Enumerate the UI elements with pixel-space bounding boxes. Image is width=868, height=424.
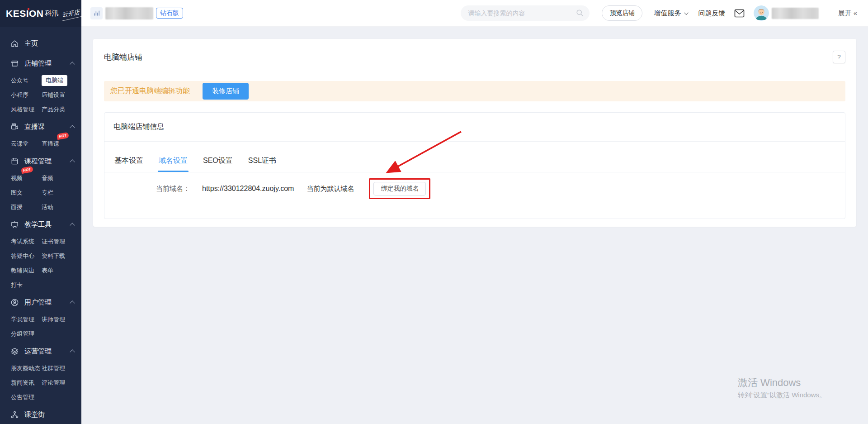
brand-name: KESION <box>6 8 44 19</box>
sidebar-sub-row: 图文 专栏 <box>0 186 81 200</box>
sidebar-item-daka[interactable]: 打卡 <box>11 281 42 289</box>
sidebar-item-ketangjie[interactable]: 课堂街 <box>0 405 81 424</box>
decorate-store-button[interactable]: 装修店铺 <box>203 83 249 100</box>
sidebar-group-label: 用户管理 <box>24 298 52 307</box>
store-icon <box>10 59 19 68</box>
annotation-red-box: 绑定我的域名 <box>369 178 430 199</box>
value-added-services-menu[interactable]: 增值服务 <box>654 9 687 18</box>
sidebar-group-live-course[interactable]: 直播课 <box>0 117 81 137</box>
tab-domain-settings[interactable]: 域名设置 <box>158 156 189 172</box>
sidebar-nav: 主页 店铺管理 公众号 电脑端 小程序 店铺设置 风格管理 产品分类 <box>0 27 81 424</box>
sidebar-sub-row: 云课堂 直播课 HOT <box>0 137 81 151</box>
sidebar-sub-row: 学员管理 讲师管理 <box>0 312 81 327</box>
chevron-up-icon <box>70 62 75 67</box>
sidebar-sub-row: 考试系统 证书管理 <box>0 234 81 249</box>
sidebar-item-xinwen-zixun[interactable]: 新闻资讯 <box>11 379 42 387</box>
sidebar-sub-row: 教辅周边 表单 <box>0 263 81 278</box>
tab-bar: 基本设置 域名设置 SEO设置 SSL证书 <box>104 142 845 172</box>
windows-activation-watermark: 激活 Windows 转到“设置”以激活 Windows。 <box>738 376 826 400</box>
sidebar-item-biaodan[interactable]: 表单 <box>42 267 53 275</box>
sidebar-item-yinpin[interactable]: 音频 <box>42 174 53 182</box>
banner-message: 您已开通电脑端编辑功能 <box>110 86 190 96</box>
sidebar-sub-row: 视频 HOT 音频 <box>0 171 81 186</box>
sidebar-group-teaching-tools[interactable]: 教学工具 <box>0 214 81 234</box>
sidebar-item-tuwen[interactable]: 图文 <box>11 189 42 197</box>
current-domain-value: https://330122804.zuojy.com <box>202 185 294 193</box>
bind-my-domain-button[interactable]: 绑定我的域名 <box>373 182 426 195</box>
sidebar-item-label: 视频 <box>11 175 23 181</box>
teaching-tools-icon <box>10 220 19 229</box>
feedback-link[interactable]: 问题反馈 <box>698 9 725 18</box>
sidebar-sub-row: 小程序 店铺设置 <box>0 88 81 102</box>
brand-slogan: 云开店 <box>61 8 80 19</box>
sidebar-sub-row: 新闻资讯 评论管理 <box>0 376 81 390</box>
sidebar-item-pengyouquan-dongtai[interactable]: 朋友圈动态 <box>11 364 42 372</box>
sidebar-group-label: 教学工具 <box>24 220 52 229</box>
sidebar-group-label: 运营管理 <box>24 347 52 356</box>
sidebar-sub-row: 打卡 <box>0 278 81 292</box>
chevron-down-icon <box>684 10 689 15</box>
info-card-title: 电脑端店铺信息 <box>104 113 845 142</box>
sidebar-group-store[interactable]: 店铺管理 <box>0 53 81 73</box>
mail-icon[interactable] <box>734 9 745 18</box>
sidebar-item-label: 主页 <box>24 39 38 48</box>
sidebar-sub-row: 朋友圈动态 社群管理 <box>0 361 81 376</box>
help-button[interactable]: ? <box>833 51 845 63</box>
sidebar-item-jiangshi-guanli[interactable]: 讲师管理 <box>42 315 65 324</box>
sidebar-sub-row: 答疑中心 资料下载 <box>0 249 81 263</box>
sidebar-item-xiaochengxu[interactable]: 小程序 <box>11 91 42 99</box>
operations-icon <box>10 347 19 356</box>
tab-basic-settings[interactable]: 基本设置 <box>113 156 144 172</box>
search-input[interactable] <box>461 5 590 21</box>
stats-icon-button[interactable] <box>90 7 103 19</box>
tab-ssl-cert[interactable]: SSL证书 <box>247 156 277 172</box>
sidebar-item-xueyuan-guanli[interactable]: 学员管理 <box>11 315 42 324</box>
sidebar-item-jiaofu-zhoubian[interactable]: 教辅周边 <box>11 267 42 275</box>
course-icon <box>10 157 19 166</box>
expand-toggle[interactable]: 展开 « <box>838 9 857 18</box>
sidebar-item-label: 课堂街 <box>24 410 45 419</box>
sidebar-item-ziliao-xiazai[interactable]: 资料下载 <box>42 252 65 260</box>
sidebar-item-dayi-zhongxin[interactable]: 答疑中心 <box>11 252 42 260</box>
search-icon[interactable] <box>576 9 584 17</box>
username-redacted[interactable] <box>772 8 819 19</box>
sidebar-item-huodong[interactable]: 活动 <box>42 203 53 211</box>
sidebar-item-kaoshi-xitong[interactable]: 考试系统 <box>11 238 42 246</box>
sidebar-item-zhengshu-guanli[interactable]: 证书管理 <box>42 238 65 246</box>
avatar[interactable] <box>754 5 769 21</box>
sidebar-item-home[interactable]: 主页 <box>0 33 81 53</box>
app-root: KESION 科汛 云开店 主页 店铺管理 公众号 电脑端 <box>0 0 868 424</box>
sidebar-item-shipin[interactable]: 视频 HOT <box>11 174 42 182</box>
sidebar-sub-row: 公告管理 <box>0 390 81 405</box>
sidebar-item-mianshou[interactable]: 面授 <box>11 203 42 211</box>
chevron-up-icon <box>70 300 75 305</box>
sidebar-item-pinglun-guanli[interactable]: 评论管理 <box>42 379 65 387</box>
sidebar-group-operations[interactable]: 运营管理 <box>0 341 81 361</box>
page-title: 电脑端店铺 <box>104 52 142 62</box>
sidebar-item-gonggao-guanli[interactable]: 公告管理 <box>11 393 42 401</box>
chevron-up-icon <box>70 223 75 228</box>
card-header: 电脑端店铺 ? <box>104 51 845 63</box>
home-icon <box>10 39 19 48</box>
sidebar-item-zhuanlan[interactable]: 专栏 <box>42 189 53 197</box>
user-icon <box>10 298 19 307</box>
sidebar-group-course-mgmt[interactable]: 课程管理 <box>0 151 81 171</box>
sidebar-item-chanpin-fenlei[interactable]: 产品分类 <box>42 105 65 114</box>
notice-banner: 您已开通电脑端编辑功能 装修店铺 <box>104 81 845 101</box>
sidebar-item-shequn-guanli[interactable]: 社群管理 <box>42 364 65 372</box>
tab-seo-settings[interactable]: SEO设置 <box>202 156 234 172</box>
sidebar-group-label: 课程管理 <box>24 157 52 166</box>
sidebar-group-user-mgmt[interactable]: 用户管理 <box>0 292 81 312</box>
sidebar-item-fenzu-guanli[interactable]: 分组管理 <box>11 330 42 338</box>
sidebar-item-gongzhonghao[interactable]: 公众号 <box>11 76 42 85</box>
sidebar-item-diannaoduan[interactable]: 电脑端 <box>42 75 67 86</box>
sidebar-sub-row: 面授 活动 <box>0 200 81 214</box>
sidebar-item-yunketang[interactable]: 云课堂 <box>11 140 42 148</box>
current-domain-label: 当前域名： <box>156 185 190 193</box>
sidebar-item-fengge-guanli[interactable]: 风格管理 <box>11 105 42 114</box>
preview-store-button[interactable]: 预览店铺 <box>602 5 642 21</box>
sidebar-item-dianpu-shezhi[interactable]: 店铺设置 <box>42 91 65 99</box>
plan-badge: 钻石版 <box>156 8 183 19</box>
sidebar-item-zhiboke[interactable]: 直播课 HOT <box>42 140 59 148</box>
main-area: 钻石版 预览店铺 增值服务 问题反馈 展开 « <box>81 0 868 424</box>
